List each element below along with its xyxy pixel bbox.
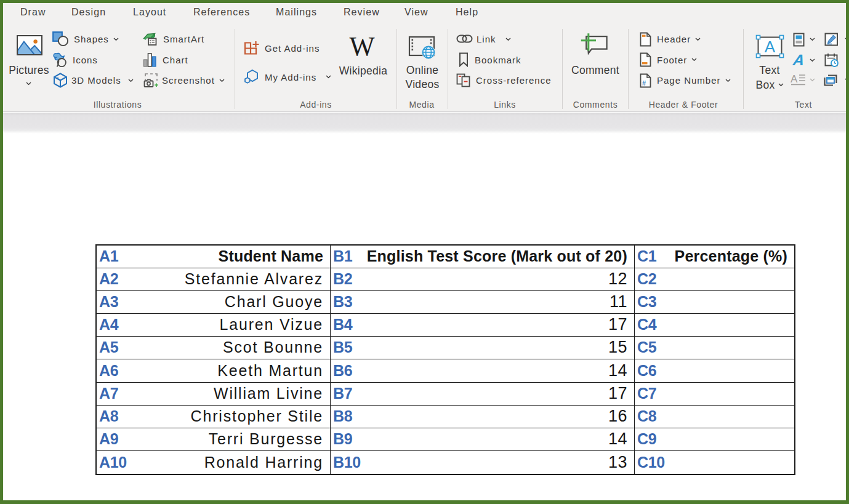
svg-text:#: # <box>642 79 646 87</box>
svg-text:A: A <box>765 38 776 56</box>
svg-text:A: A <box>792 53 805 67</box>
svg-text:A: A <box>791 73 798 85</box>
